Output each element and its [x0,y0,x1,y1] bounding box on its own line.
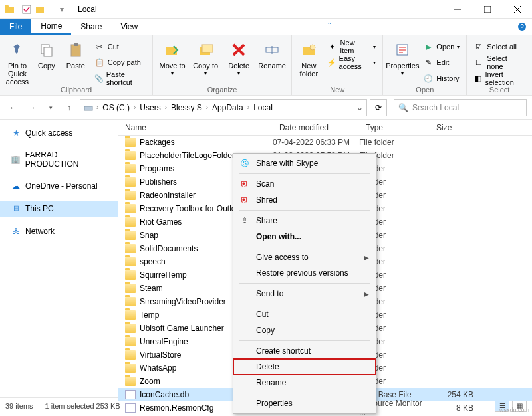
label: Properties [386,62,419,70]
copy-button[interactable]: Copy [33,37,60,70]
file-name: SolidDocuments [140,244,198,253]
ctx-open-with[interactable]: Open with... [233,229,376,245]
tab-share[interactable]: Share [71,19,111,35]
folder-icon [125,377,136,386]
open-button[interactable]: ▶Open ▾ [420,39,462,54]
history-button[interactable]: 🕘History [420,71,462,86]
nav-this-pc[interactable]: 🖥This PC [0,201,118,217]
qat-checkbox-icon[interactable] [21,4,32,15]
forward-button[interactable]: → [24,100,40,116]
col-type[interactable]: Type [359,123,430,132]
ctx-create-shortcut[interactable]: Create shortcut [233,343,376,359]
rename-button[interactable]: Rename [257,37,287,70]
invert-selection-button[interactable]: ◧Invert selection [471,71,528,86]
copy-path-button[interactable]: 📋Copy path [92,55,148,70]
refresh-button[interactable]: ⟳ [370,99,387,116]
ctx-delete[interactable]: Delete [233,359,376,375]
qat-folder-icon[interactable] [35,4,45,15]
tab-file[interactable]: File [0,19,31,35]
folder-icon [125,284,136,293]
file-name: speech [140,257,166,266]
folder-icon [125,350,136,360]
file-name: StreamingVideoProvider [140,297,226,306]
bc-seg[interactable]: OS (C:) [101,103,131,112]
bc-seg[interactable]: Local [252,103,274,112]
copy-to-button[interactable]: Copy to▾ [190,37,221,77]
ctx-give-access[interactable]: Give access to▶ [233,249,376,265]
ctx-shred[interactable]: ⛨Shred [233,192,376,208]
ctx-scan[interactable]: ⛨Scan [233,176,376,192]
new-item-button[interactable]: ✦New item ▾ [325,39,379,54]
label: Copy [38,62,55,70]
recent-locations-button[interactable]: ▾ [43,100,59,116]
minimize-button[interactable] [442,0,472,19]
label: Cut [108,43,119,51]
nav-quick-access[interactable]: ★Quick access [0,125,118,141]
label: History [436,74,459,82]
breadcrumb[interactable]: › OS (C:)› Users› Blessy S› AppData› Loc… [80,99,367,116]
file-size: 254 KB [430,390,485,399]
edit-button[interactable]: ✎Edit [420,55,462,70]
svg-text:?: ? [520,23,524,31]
search-input[interactable]: 🔍 Search Local [394,99,527,116]
address-bar-row: ← → ▾ ↑ › OS (C:)› Users› Blessy S› AppD… [0,96,532,120]
back-button[interactable]: ← [5,100,21,116]
ctx-send-to[interactable]: Send to▶ [233,286,376,302]
cut-button[interactable]: ✂Cut [92,39,148,54]
breadcrumb-dropdown[interactable]: ⌄ [353,103,366,112]
bc-seg[interactable]: AppData [211,103,245,112]
col-name[interactable]: Name [118,123,273,132]
ctx-rename[interactable]: Rename [233,375,376,391]
up-button[interactable]: ↑ [61,100,77,116]
select-none-button[interactable]: ☐Select none [471,55,528,70]
delete-button[interactable]: Delete▾ [223,37,254,77]
qat-dropdown-icon[interactable]: ▾ [57,4,67,15]
ctx-properties[interactable]: Properties [233,395,376,411]
pin-to-quick-access-button[interactable]: Pin to Quick access [4,37,31,86]
file-row[interactable]: Packages07-04-2022 06:33 PMFile folder [118,136,532,149]
ctx-copy[interactable]: Copy [233,322,376,338]
folder-icon [125,138,136,147]
shield-icon: ⛨ [239,179,251,189]
bc-seg[interactable]: Blessy S [170,103,203,112]
move-to-button[interactable]: Move to▾ [157,37,188,77]
history-icon: 🕘 [423,73,434,84]
bc-seg[interactable]: Users [138,103,162,112]
open-icon: ▶ [423,41,434,52]
folder-icon [125,297,136,306]
help-button[interactable]: ? [516,19,532,35]
properties-button[interactable]: Properties▾ [387,37,418,77]
ctx-cut[interactable]: Cut [233,306,376,322]
maximize-button[interactable] [472,0,502,19]
nav-onedrive[interactable]: ☁OneDrive - Personal [0,178,118,194]
easy-access-button[interactable]: ⚡Easy access ▾ [325,55,379,70]
ctx-restore-versions[interactable]: Restore previous versions [233,265,376,281]
submenu-arrow-icon: ▶ [364,290,369,298]
paste-shortcut-button[interactable]: 📎Paste shortcut [92,71,148,86]
move-to-icon [162,39,183,60]
nav-network[interactable]: 🖧Network [0,223,118,239]
paste-button[interactable]: Paste [63,37,89,70]
file-name: Zoom [140,377,160,386]
label: Give access to [256,253,309,262]
search-icon: 🔍 [398,103,408,112]
tab-view[interactable]: View [111,19,147,35]
col-size[interactable]: Size [430,123,485,132]
tab-home[interactable]: Home [31,19,71,35]
label: Scan [256,179,274,189]
folder-icon [125,244,136,253]
new-folder-button[interactable]: New folder [296,37,321,78]
label: Open with... [256,232,301,241]
folder-icon [125,270,136,280]
file-name: Steam [140,284,163,293]
collapse-ribbon-button[interactable]: ˆ [324,19,340,35]
ctx-share[interactable]: ⇪Share [233,213,376,229]
label: New item [340,39,371,54]
nav-farrad[interactable]: 🏢FARRAD PRODUCTION [0,148,118,171]
select-all-button[interactable]: ☑Select all [471,39,528,54]
x-icon [228,39,249,60]
col-date[interactable]: Date modified [273,123,359,132]
file-name: Riot Games [140,217,182,227]
close-button[interactable] [502,0,532,19]
ctx-share-skype[interactable]: ⓈShare with Skype [233,156,376,171]
